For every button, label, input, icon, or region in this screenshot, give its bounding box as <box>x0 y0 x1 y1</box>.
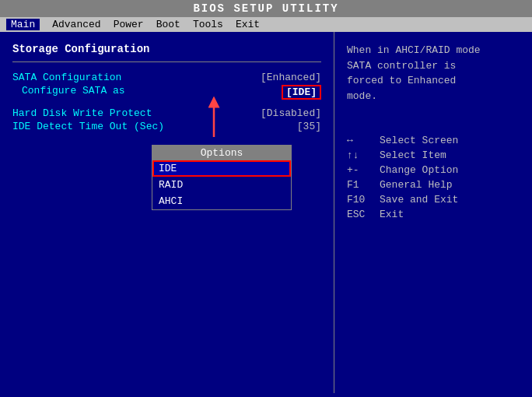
ide-timeout-label: IDE Detect Time Out (Sec) <box>12 121 164 132</box>
key-row-option: +- Change Option <box>347 164 520 176</box>
option-ide[interactable]: IDE <box>152 160 291 177</box>
help-text: When in AHCI/RAID mode SATA controller i… <box>347 43 520 104</box>
key-row-help: F1 General Help <box>347 179 520 191</box>
key-symbol-plusminus: +- <box>347 164 370 176</box>
section-divider <box>12 61 321 62</box>
key-action-screen: Select Screen <box>380 135 458 146</box>
key-symbol-f1: F1 <box>347 179 370 191</box>
key-action-item: Select Item <box>380 149 446 161</box>
key-symbol-f10: F10 <box>347 194 370 206</box>
options-popup: Options IDE RAID AHCI <box>152 145 292 210</box>
menu-item-main[interactable]: Main <box>6 19 40 30</box>
key-action-exit: Exit <box>380 209 404 220</box>
title-bar: BIOS SETUP UTILITY <box>0 0 532 17</box>
app-title: BIOS SETUP UTILITY <box>193 2 338 15</box>
keybindings: ↔ Select Screen ↑↓ Select Item +- Change… <box>347 135 520 220</box>
key-row-exit: ESC Exit <box>347 209 520 220</box>
right-panel: When in AHCI/RAID mode SATA controller i… <box>334 32 532 393</box>
hd-write-protect-row: Hard Disk Write Protect [Disabled] <box>12 107 321 119</box>
key-symbol-arrows: ↔ <box>347 135 370 146</box>
key-action-help: General Help <box>380 179 453 191</box>
main-content: Storage Configuration SATA Configuration… <box>0 32 532 393</box>
hd-write-protect-label: Hard Disk Write Protect <box>12 107 152 119</box>
menu-bar: Main Advanced Power Boot Tools Exit <box>0 17 532 32</box>
ide-timeout-row: IDE Detect Time Out (Sec) [35] <box>12 121 321 132</box>
key-symbol-esc: ESC <box>347 209 370 220</box>
menu-item-exit[interactable]: Exit <box>236 19 260 30</box>
menu-item-boot[interactable]: Boot <box>156 19 180 30</box>
menu-item-tools[interactable]: Tools <box>193 19 223 30</box>
key-row-item: ↑↓ Select Item <box>347 149 520 161</box>
options-header: Options <box>152 146 291 160</box>
left-panel: Storage Configuration SATA Configuration… <box>0 32 334 393</box>
key-action-option: Change Option <box>380 164 458 176</box>
option-raid[interactable]: RAID <box>152 177 291 193</box>
configure-sata-value[interactable]: [IDE] <box>282 85 321 100</box>
arrow-indicator <box>198 94 229 141</box>
configure-sata-row[interactable]: Configure SATA as [IDE] <box>12 85 321 100</box>
hd-write-protect-value: [Disabled] <box>261 107 321 119</box>
key-row-screen: ↔ Select Screen <box>347 135 520 146</box>
option-ahci[interactable]: AHCI <box>152 193 291 209</box>
sata-config-value: [Enhanced] <box>261 72 321 83</box>
sata-config-row: SATA Configuration [Enhanced] <box>12 72 321 83</box>
ide-timeout-value: [35] <box>297 121 321 132</box>
key-symbol-updown: ↑↓ <box>347 149 370 161</box>
sata-config-label: SATA Configuration <box>12 72 121 83</box>
section-title: Storage Configuration <box>12 43 321 55</box>
key-action-save: Save and Exit <box>380 194 458 206</box>
configure-sata-label: Configure SATA as <box>12 85 125 98</box>
key-row-save: F10 Save and Exit <box>347 194 520 206</box>
menu-item-advanced[interactable]: Advanced <box>52 19 100 30</box>
menu-item-power[interactable]: Power <box>114 19 144 30</box>
